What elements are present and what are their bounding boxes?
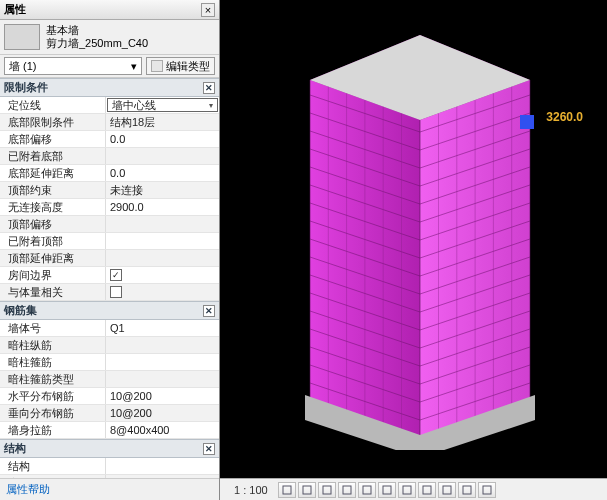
properties-panel: 属性 × 基本墙 剪力墙_250mm_C40 墙 (1) ▾ 编辑类型 限制条件… [0, 0, 220, 500]
property-label: 暗柱纵筋 [0, 337, 106, 353]
property-label: 墙体号 [0, 320, 106, 336]
property-value[interactable]: Q1 [106, 320, 219, 336]
property-row[interactable]: 已附着底部 [0, 148, 219, 165]
svg-rect-57 [323, 486, 331, 494]
property-value[interactable]: 墙中心线▾ [107, 98, 218, 112]
instance-selector-text: 墙 (1) [9, 59, 37, 74]
property-group-header[interactable]: 结构✕ [0, 439, 219, 458]
close-icon[interactable]: × [201, 3, 215, 17]
property-row[interactable]: 墙身拉筋8@400x400 [0, 422, 219, 439]
property-label: 已附着底部 [0, 148, 106, 164]
chevron-down-icon: ▾ [131, 60, 137, 73]
edit-type-button[interactable]: 编辑类型 [146, 57, 215, 75]
dimension-annotation: 3260.0 [546, 110, 583, 124]
property-value[interactable] [106, 216, 219, 232]
property-row[interactable]: 暗柱纵筋 [0, 337, 219, 354]
property-label: 底部偏移 [0, 131, 106, 147]
property-group-header[interactable]: 限制条件✕ [0, 78, 219, 97]
view-scale[interactable]: 1 : 100 [234, 484, 268, 496]
property-value[interactable] [106, 233, 219, 249]
type-selector-row[interactable]: 基本墙 剪力墙_250mm_C40 [0, 20, 219, 55]
svg-rect-55 [283, 486, 291, 494]
checkbox[interactable] [110, 286, 122, 298]
checkbox[interactable]: ✓ [110, 269, 122, 281]
property-value[interactable]: 0.0 [106, 165, 219, 181]
worksets-button[interactable] [438, 482, 456, 498]
property-value[interactable] [106, 371, 219, 387]
temp-hide-button[interactable] [418, 482, 436, 498]
property-value[interactable]: 10@200 [106, 388, 219, 404]
property-group-header[interactable]: 钢筋集✕ [0, 301, 219, 320]
svg-rect-56 [303, 486, 311, 494]
property-value[interactable] [106, 250, 219, 266]
property-row[interactable]: 已附着顶部 [0, 233, 219, 250]
property-row[interactable]: 底部限制条件结构18层 [0, 114, 219, 131]
type-family: 基本墙 [46, 24, 215, 37]
property-row[interactable]: 底部偏移0.0 [0, 131, 219, 148]
property-row[interactable]: 暗柱箍筋类型 [0, 371, 219, 388]
properties-help-link[interactable]: 属性帮助 [0, 478, 219, 500]
property-row[interactable]: 无连接高度2900.0 [0, 199, 219, 216]
property-row[interactable]: 结构 [0, 458, 219, 475]
property-value[interactable]: 2900.0 [106, 199, 219, 215]
property-row[interactable]: 房间边界✓ [0, 267, 219, 284]
property-label: 结构 [0, 458, 106, 474]
building-model[interactable] [270, 20, 560, 450]
property-value[interactable] [106, 458, 219, 474]
property-row[interactable]: 底部延伸距离0.0 [0, 165, 219, 182]
sun-path-button[interactable] [298, 482, 316, 498]
type-name: 剪力墙_250mm_C40 [46, 37, 215, 50]
property-label: 与体量相关 [0, 284, 106, 300]
property-row[interactable]: 定位线墙中心线▾ [0, 97, 219, 114]
property-value[interactable] [106, 148, 219, 164]
3d-viewport[interactable]: 3260.0 [220, 0, 607, 478]
property-row[interactable]: 墙体号Q1 [0, 320, 219, 337]
graphic-display-button[interactable] [278, 482, 296, 498]
constraints-button[interactable] [398, 482, 416, 498]
property-value[interactable] [106, 337, 219, 353]
property-label: 墙身拉筋 [0, 422, 106, 438]
property-row[interactable]: 垂向分布钢筋10@200 [0, 405, 219, 422]
property-value[interactable]: ✓ [106, 267, 219, 283]
property-row[interactable]: 水平分布钢筋10@200 [0, 388, 219, 405]
property-row[interactable]: 顶部延伸距离 [0, 250, 219, 267]
property-value[interactable] [106, 354, 219, 370]
link-button[interactable] [458, 482, 476, 498]
property-label: 底部延伸距离 [0, 165, 106, 181]
property-value[interactable] [106, 284, 219, 300]
collapse-icon[interactable]: ✕ [203, 82, 215, 94]
type-text: 基本墙 剪力墙_250mm_C40 [46, 24, 215, 50]
property-value[interactable]: 10@200 [106, 405, 219, 421]
svg-rect-62 [423, 486, 431, 494]
property-value[interactable]: 8@400x400 [106, 422, 219, 438]
crop-button[interactable] [338, 482, 356, 498]
reveal-button[interactable] [378, 482, 396, 498]
collapse-icon[interactable]: ✕ [203, 443, 215, 455]
property-value[interactable]: 未连接 [106, 182, 219, 198]
collapse-icon[interactable]: ✕ [203, 305, 215, 317]
property-value[interactable]: 0.0 [106, 131, 219, 147]
property-label: 无连接高度 [0, 199, 106, 215]
property-row[interactable]: 顶部约束未连接 [0, 182, 219, 199]
property-value[interactable]: 结构18层 [106, 114, 219, 130]
view-control-bar: 1 : 100 [220, 478, 607, 500]
svg-rect-58 [343, 486, 351, 494]
property-label: 已附着顶部 [0, 233, 106, 249]
chevron-down-icon: ▾ [209, 101, 213, 110]
svg-rect-63 [443, 486, 451, 494]
shadows-button[interactable] [318, 482, 336, 498]
instance-selector-row: 墙 (1) ▾ 编辑类型 [0, 55, 219, 78]
property-label: 垂向分布钢筋 [0, 405, 106, 421]
property-row[interactable]: 暗柱箍筋 [0, 354, 219, 371]
hide-button[interactable] [358, 482, 376, 498]
option-button[interactable] [478, 482, 496, 498]
edit-type-icon [151, 60, 163, 72]
property-row[interactable]: 顶部偏移 [0, 216, 219, 233]
property-row[interactable]: 与体量相关 [0, 284, 219, 301]
property-label: 顶部偏移 [0, 216, 106, 232]
property-label: 水平分布钢筋 [0, 388, 106, 404]
panel-header: 属性 × [0, 0, 219, 20]
properties-list[interactable]: 限制条件✕定位线墙中心线▾底部限制条件结构18层底部偏移0.0已附着底部底部延伸… [0, 78, 219, 478]
instance-selector[interactable]: 墙 (1) ▾ [4, 57, 142, 75]
panel-title: 属性 [4, 2, 201, 17]
